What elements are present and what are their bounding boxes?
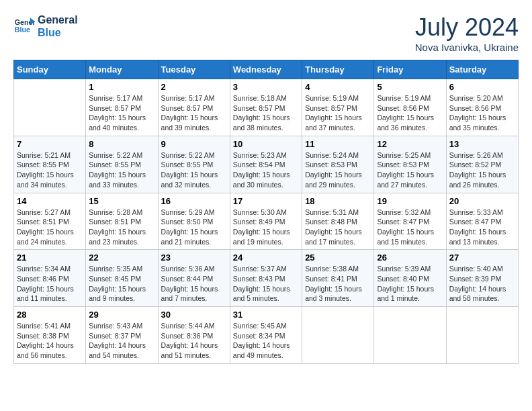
calendar-cell: 22Sunrise: 5:35 AMSunset: 8:45 PMDayligh… [86, 250, 158, 307]
day-number: 20 [449, 196, 515, 206]
day-number: 1 [89, 82, 154, 92]
day-number: 12 [377, 139, 443, 149]
day-number: 30 [161, 310, 227, 320]
day-number: 26 [377, 253, 443, 263]
calendar-cell [446, 307, 518, 364]
calendar-cell: 27Sunrise: 5:40 AMSunset: 8:39 PMDayligh… [446, 250, 518, 307]
day-info: Sunrise: 5:31 AMSunset: 8:48 PMDaylight:… [305, 208, 371, 247]
calendar-cell: 20Sunrise: 5:33 AMSunset: 8:47 PMDayligh… [446, 193, 518, 250]
day-info: Sunrise: 5:36 AMSunset: 8:44 PMDaylight:… [161, 264, 227, 304]
calendar-cell: 26Sunrise: 5:39 AMSunset: 8:40 PMDayligh… [374, 250, 446, 307]
calendar-cell: 16Sunrise: 5:29 AMSunset: 8:50 PMDayligh… [158, 193, 230, 250]
col-header-wednesday: Wednesday [230, 60, 302, 79]
day-number: 2 [161, 82, 227, 92]
calendar-cell: 5Sunrise: 5:19 AMSunset: 8:56 PMDaylight… [374, 79, 446, 136]
day-info: Sunrise: 5:27 AMSunset: 8:51 PMDaylight:… [17, 208, 83, 247]
col-header-tuesday: Tuesday [158, 60, 230, 79]
col-header-monday: Monday [86, 60, 158, 79]
logo-text-blue: Blue [38, 26, 78, 39]
day-number: 17 [233, 196, 299, 206]
day-info: Sunrise: 5:28 AMSunset: 8:51 PMDaylight:… [89, 208, 154, 247]
calendar-cell: 4Sunrise: 5:19 AMSunset: 8:57 PMDaylight… [302, 79, 374, 136]
day-number: 16 [161, 196, 227, 206]
calendar-cell: 7Sunrise: 5:21 AMSunset: 8:55 PMDaylight… [14, 136, 86, 193]
day-number: 19 [377, 196, 443, 206]
calendar-cell [302, 307, 374, 364]
day-number: 4 [305, 82, 371, 92]
day-number: 25 [305, 253, 371, 263]
calendar-table: SundayMondayTuesdayWednesdayThursdayFrid… [13, 60, 519, 364]
day-number: 14 [17, 196, 83, 206]
day-info: Sunrise: 5:20 AMSunset: 8:56 PMDaylight:… [449, 93, 515, 133]
calendar-cell: 12Sunrise: 5:25 AMSunset: 8:53 PMDayligh… [374, 136, 446, 193]
location-subtitle: Nova Ivanivka, Ukraine [415, 42, 519, 53]
day-info: Sunrise: 5:30 AMSunset: 8:49 PMDaylight:… [233, 208, 299, 247]
day-info: Sunrise: 5:45 AMSunset: 8:34 PMDaylight:… [233, 321, 299, 361]
day-number: 24 [233, 253, 299, 263]
day-info: Sunrise: 5:21 AMSunset: 8:55 PMDaylight:… [17, 150, 83, 190]
title-block: July 2024 Nova Ivanivka, Ukraine [415, 13, 519, 53]
calendar-cell: 14Sunrise: 5:27 AMSunset: 8:51 PMDayligh… [14, 193, 86, 250]
calendar-cell: 3Sunrise: 5:18 AMSunset: 8:57 PMDaylight… [230, 79, 302, 136]
calendar-cell: 30Sunrise: 5:44 AMSunset: 8:36 PMDayligh… [158, 307, 230, 364]
calendar-cell: 11Sunrise: 5:24 AMSunset: 8:53 PMDayligh… [302, 136, 374, 193]
day-number: 18 [305, 196, 371, 206]
day-info: Sunrise: 5:38 AMSunset: 8:41 PMDaylight:… [305, 264, 371, 304]
day-info: Sunrise: 5:43 AMSunset: 8:37 PMDaylight:… [89, 321, 154, 361]
day-info: Sunrise: 5:44 AMSunset: 8:36 PMDaylight:… [161, 321, 227, 361]
day-info: Sunrise: 5:25 AMSunset: 8:53 PMDaylight:… [377, 150, 443, 190]
day-info: Sunrise: 5:40 AMSunset: 8:39 PMDaylight:… [449, 264, 515, 304]
calendar-cell: 15Sunrise: 5:28 AMSunset: 8:51 PMDayligh… [86, 193, 158, 250]
calendar-cell: 29Sunrise: 5:43 AMSunset: 8:37 PMDayligh… [86, 307, 158, 364]
day-number: 9 [161, 139, 227, 149]
calendar-cell: 17Sunrise: 5:30 AMSunset: 8:49 PMDayligh… [230, 193, 302, 250]
day-number: 23 [161, 253, 227, 263]
calendar-cell: 21Sunrise: 5:34 AMSunset: 8:46 PMDayligh… [14, 250, 86, 307]
calendar-cell: 19Sunrise: 5:32 AMSunset: 8:47 PMDayligh… [374, 193, 446, 250]
day-info: Sunrise: 5:29 AMSunset: 8:50 PMDaylight:… [161, 208, 227, 247]
calendar-cell: 9Sunrise: 5:22 AMSunset: 8:55 PMDaylight… [158, 136, 230, 193]
day-number: 5 [377, 82, 443, 92]
day-number: 28 [17, 310, 83, 320]
calendar-cell [374, 307, 446, 364]
month-year-title: July 2024 [415, 13, 519, 42]
calendar-cell: 18Sunrise: 5:31 AMSunset: 8:48 PMDayligh… [302, 193, 374, 250]
day-number: 7 [17, 139, 83, 149]
day-info: Sunrise: 5:26 AMSunset: 8:52 PMDaylight:… [449, 150, 515, 190]
day-info: Sunrise: 5:24 AMSunset: 8:53 PMDaylight:… [305, 150, 371, 190]
day-info: Sunrise: 5:39 AMSunset: 8:40 PMDaylight:… [377, 264, 443, 304]
day-info: Sunrise: 5:17 AMSunset: 8:57 PMDaylight:… [89, 93, 154, 133]
col-header-friday: Friday [374, 60, 446, 79]
day-number: 3 [233, 82, 299, 92]
day-info: Sunrise: 5:22 AMSunset: 8:55 PMDaylight:… [89, 150, 154, 190]
day-number: 27 [449, 253, 515, 263]
calendar-cell: 28Sunrise: 5:41 AMSunset: 8:38 PMDayligh… [14, 307, 86, 364]
calendar-cell: 6Sunrise: 5:20 AMSunset: 8:56 PMDaylight… [446, 79, 518, 136]
col-header-saturday: Saturday [446, 60, 518, 79]
day-info: Sunrise: 5:34 AMSunset: 8:46 PMDaylight:… [17, 264, 83, 304]
day-number: 31 [233, 310, 299, 320]
day-number: 15 [89, 196, 154, 206]
svg-text:Blue: Blue [15, 26, 30, 34]
day-info: Sunrise: 5:35 AMSunset: 8:45 PMDaylight:… [89, 264, 154, 304]
day-info: Sunrise: 5:23 AMSunset: 8:54 PMDaylight:… [233, 150, 299, 190]
day-info: Sunrise: 5:19 AMSunset: 8:56 PMDaylight:… [377, 93, 443, 133]
col-header-sunday: Sunday [14, 60, 86, 79]
day-info: Sunrise: 5:19 AMSunset: 8:57 PMDaylight:… [305, 93, 371, 133]
calendar-cell: 13Sunrise: 5:26 AMSunset: 8:52 PMDayligh… [446, 136, 518, 193]
day-number: 6 [449, 82, 515, 92]
day-number: 13 [449, 139, 515, 149]
logo-icon: General Blue [13, 15, 35, 37]
day-number: 29 [89, 310, 154, 320]
day-info: Sunrise: 5:41 AMSunset: 8:38 PMDaylight:… [17, 321, 83, 361]
day-number: 11 [305, 139, 371, 149]
day-info: Sunrise: 5:37 AMSunset: 8:43 PMDaylight:… [233, 264, 299, 304]
calendar-cell: 23Sunrise: 5:36 AMSunset: 8:44 PMDayligh… [158, 250, 230, 307]
col-header-thursday: Thursday [302, 60, 374, 79]
calendar-cell: 24Sunrise: 5:37 AMSunset: 8:43 PMDayligh… [230, 250, 302, 307]
calendar-cell: 31Sunrise: 5:45 AMSunset: 8:34 PMDayligh… [230, 307, 302, 364]
calendar-cell: 1Sunrise: 5:17 AMSunset: 8:57 PMDaylight… [86, 79, 158, 136]
day-number: 8 [89, 139, 154, 149]
day-info: Sunrise: 5:32 AMSunset: 8:47 PMDaylight:… [377, 208, 443, 247]
calendar-cell [14, 79, 86, 136]
